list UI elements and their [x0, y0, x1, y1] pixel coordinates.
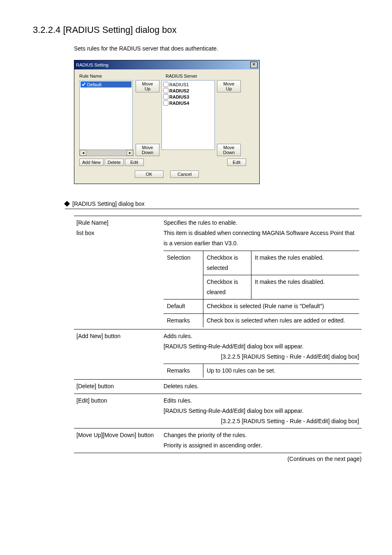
- cell: Remarks: [164, 364, 203, 378]
- horizontal-scrollbar[interactable]: ◂ ▸: [79, 150, 134, 156]
- rule-item-label: Default: [87, 82, 101, 87]
- rule-item-default[interactable]: Default: [81, 81, 131, 88]
- server-move-up-button[interactable]: Move Up: [217, 80, 241, 92]
- add-new-button[interactable]: Add New: [79, 159, 104, 166]
- sub-heading: [RADIUS Setting] dialog box: [72, 200, 145, 207]
- rule-name-listbox[interactable]: Default: [79, 80, 133, 150]
- cell: Up to 100 rules can be set.: [203, 364, 360, 378]
- ok-button[interactable]: OK: [135, 170, 164, 178]
- param-desc: Adds rules. [RADIUS Setting-Rule-Add/Edi…: [161, 329, 362, 380]
- dialog-title: RADIUS Setting: [76, 62, 250, 67]
- server-item-checkbox[interactable]: [163, 94, 168, 99]
- radius-server-listbox[interactable]: RADIUS1 RADIUS2 RADIUS3 RADIUS4: [161, 80, 215, 150]
- doc-table: [Rule Name] list box Specifies the rules…: [74, 216, 362, 453]
- cell: Check box is selected when rules are add…: [203, 313, 360, 327]
- bullet-icon: [64, 201, 70, 207]
- radius-setting-dialog: RADIUS Setting × Rule Name RADIUS Server…: [74, 60, 260, 184]
- server-item-radius3[interactable]: RADIUS3: [163, 94, 214, 100]
- server-item-label: RADIUS2: [169, 88, 189, 93]
- server-item-label: RADIUS3: [169, 94, 189, 99]
- server-edit-button[interactable]: Edit: [227, 159, 246, 166]
- intro-text: Sets rules for the RADIUS server that do…: [74, 45, 359, 52]
- cross-ref-link: [3.2.2.5 [RADIUS Setting - Rule - Add/Ed…: [164, 416, 359, 426]
- param-name: [Move Up][Move Down] button: [74, 428, 161, 453]
- cell: It makes the rules disabled.: [251, 275, 360, 299]
- cell: It makes the rules enabled.: [251, 251, 360, 275]
- server-item-radius1[interactable]: RADIUS1: [163, 81, 214, 88]
- server-item-label: RADIUS4: [169, 101, 189, 106]
- close-icon[interactable]: ×: [250, 62, 258, 68]
- server-move-down-button[interactable]: Move Down: [217, 144, 241, 156]
- rule-move-up-button[interactable]: Move Up: [136, 80, 159, 92]
- server-item-checkbox[interactable]: [163, 82, 168, 87]
- rule-edit-button[interactable]: Edit: [125, 159, 144, 166]
- delete-button[interactable]: Delete: [105, 159, 124, 166]
- cancel-button[interactable]: Cancel: [170, 170, 199, 178]
- server-item-checkbox[interactable]: [163, 100, 168, 106]
- server-item-radius2[interactable]: RADIUS2: [163, 88, 214, 94]
- param-name: [Edit] button: [74, 394, 161, 428]
- scroll-left-icon[interactable]: ◂: [80, 150, 86, 156]
- cross-ref-link: [3.2.2.5 [RADIUS Setting - Rule - Add/Ed…: [164, 352, 359, 362]
- rule-name-label: Rule Name: [79, 74, 166, 78]
- rule-item-checkbox[interactable]: [81, 82, 86, 87]
- cell: Remarks: [164, 313, 203, 327]
- cell: Checkbox is cleared: [203, 275, 251, 299]
- param-desc: Deletes rules.: [161, 380, 362, 394]
- cell: Default: [164, 299, 203, 313]
- server-item-radius4[interactable]: RADIUS4: [163, 100, 214, 106]
- section-heading: 3.2.2.4 [RADIUS Setting] dialog box: [33, 25, 359, 35]
- scroll-right-icon[interactable]: ▸: [127, 150, 133, 156]
- cell: Checkbox is selected (Rule name is "Defa…: [203, 299, 360, 313]
- cell: Selection: [164, 251, 203, 299]
- server-item-checkbox[interactable]: [163, 88, 168, 93]
- param-desc: Changes the priority of the rules. Prior…: [161, 428, 362, 453]
- param-name: [Add New] button: [74, 329, 161, 380]
- server-item-label: RADIUS1: [169, 82, 189, 87]
- param-desc: Edits rules. [RADIUS Setting-Rule-Add/Ed…: [161, 394, 362, 428]
- param-desc: Specifies the rules to enable. This item…: [161, 216, 362, 329]
- param-name: [Rule Name] list box: [74, 216, 161, 329]
- continues-note: (Continues on the next page): [74, 456, 362, 462]
- cell: Checkbox is selected: [203, 251, 251, 275]
- rule-move-down-button[interactable]: Move Down: [136, 144, 159, 156]
- radius-server-label: RADIUS Server: [166, 74, 197, 78]
- param-name: [Delete] button: [74, 380, 161, 394]
